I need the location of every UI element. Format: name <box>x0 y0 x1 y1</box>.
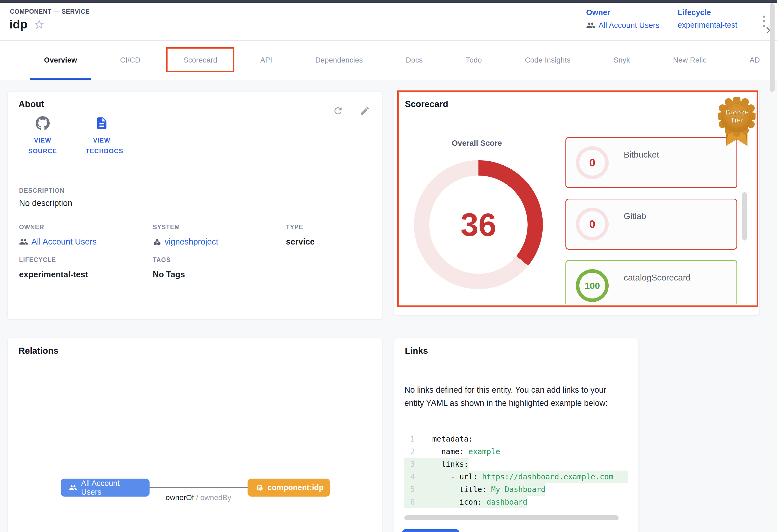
links-empty-text: No links defined for this entity. You ca… <box>404 383 625 410</box>
type-value: service <box>286 237 315 247</box>
description-value: No description <box>19 198 72 208</box>
owner-value: All Account Users <box>598 21 659 30</box>
entity-tabs: OverviewCI/CDScorecardAPIDependenciesDoc… <box>0 41 777 80</box>
header-lifecycle: Lifecycle experimental-test <box>678 8 737 29</box>
badge-line2: Tier <box>731 117 743 124</box>
scorecard-item-name: catalogScorecard <box>624 273 690 283</box>
tab-new-relic[interactable]: New Relic <box>659 41 720 80</box>
badge-line1: Bronze <box>726 109 748 116</box>
overall-score-label: Overall Score <box>418 139 536 148</box>
code-line-5: 5 title: My Dashboard <box>404 483 628 496</box>
line-content: title: My Dashboard <box>423 483 545 496</box>
view-source-label: VIEW SOURCE <box>27 135 59 156</box>
line-number: 5 <box>404 483 423 496</box>
relation-edge <box>149 487 247 488</box>
about-owner-value: All Account Users <box>31 237 97 247</box>
lifecycle-value: experimental-test <box>678 21 737 29</box>
line-number: 3 <box>404 458 423 471</box>
scorecard-list-scrollbar[interactable] <box>742 192 747 241</box>
code-horizontal-scrollbar[interactable] <box>404 515 619 520</box>
relations-card: Relations All Account Users component:id… <box>7 338 382 532</box>
view-techdocs-label: VIEW TECHDOCS <box>86 135 118 156</box>
people-icon <box>69 484 77 492</box>
about-system-link[interactable]: vigneshproject <box>153 237 218 247</box>
people-icon <box>19 237 28 246</box>
tab-code-insights[interactable]: Code Insights <box>511 41 584 80</box>
scorecard-item-name: Bitbucket <box>624 150 659 160</box>
score-ring: 0 <box>576 146 608 179</box>
code-line-2: 2 name: example <box>404 445 628 458</box>
owner-link[interactable]: All Account Users <box>586 21 659 30</box>
entity-header: COMPONENT — SERVICE idp Owner All Accoun… <box>0 3 777 41</box>
owner-field-label: OWNER <box>19 224 44 231</box>
links-card: Links No links defined for this entity. … <box>394 338 639 532</box>
browser-top-bar <box>0 0 777 3</box>
breadcrumb: COMPONENT — SERVICE <box>10 8 90 15</box>
overall-score-value: 36 <box>460 206 496 243</box>
scorecard-item-gitlab[interactable]: 0Gitlab <box>565 198 737 250</box>
document-icon <box>95 116 109 130</box>
line-content: links: <box>423 458 468 471</box>
score-ring: 0 <box>576 208 608 241</box>
links-title: Links <box>405 346 428 356</box>
about-system-value: vigneshproject <box>164 237 218 247</box>
page-title: idp <box>9 18 27 30</box>
line-content: metadata: <box>423 433 473 445</box>
view-techdocs-link[interactable]: VIEW TECHDOCS <box>78 116 126 156</box>
scorecard-items-list: 0Bitbucket0Gitlab100catalogScorecard <box>565 137 737 304</box>
tags-field-label: TAGS <box>153 256 171 264</box>
about-owner-link[interactable]: All Account Users <box>19 237 97 247</box>
relation-inverse: ownedBy <box>200 493 231 502</box>
tab-snyk[interactable]: Snyk <box>599 41 644 80</box>
header-owner: Owner All Account Users <box>586 8 659 30</box>
tab-overview[interactable]: Overview <box>30 41 91 80</box>
relation-source-label: All Account Users <box>81 479 141 497</box>
bronze-tier-badge: Bronze Tier <box>718 97 756 148</box>
more-options-icon[interactable] <box>763 16 765 27</box>
page-scrollbar[interactable] <box>770 3 775 92</box>
tab-dependencies[interactable]: Dependencies <box>301 41 377 80</box>
code-line-4: 4 - url: https://dashboard.example.com <box>404 471 628 483</box>
entity-page: COMPONENT — SERVICE idp Owner All Accoun… <box>0 0 777 532</box>
relation-forward: ownerOf <box>165 493 194 502</box>
tab-api[interactable]: API <box>246 41 286 80</box>
system-field-label: SYSTEM <box>153 224 180 231</box>
edit-icon[interactable] <box>359 106 370 116</box>
relation-target-label: component:idp <box>267 483 324 492</box>
about-lifecycle-value: experimental-test <box>19 270 88 279</box>
favorite-star-icon[interactable] <box>33 18 45 30</box>
category-icon <box>153 238 161 246</box>
relation-node-owner[interactable]: All Account Users <box>61 479 149 497</box>
line-number: 4 <box>404 471 423 483</box>
scorecard-title: Scorecard <box>405 99 448 109</box>
read-more-button[interactable] <box>402 529 459 532</box>
lifecycle-label: Lifecycle <box>678 8 737 17</box>
relation-node-component[interactable]: component:idp <box>247 479 330 497</box>
refresh-icon[interactable] <box>333 106 343 116</box>
line-content: icon: dashboard <box>423 496 527 508</box>
tab-scorecard[interactable]: Scorecard <box>170 41 231 80</box>
line-number: 1 <box>404 433 423 445</box>
lifecycle-field-label: LIFECYCLE <box>19 256 56 264</box>
tab-todo[interactable]: Todo <box>452 41 496 80</box>
score-ring: 100 <box>576 269 608 302</box>
overall-score-gauge: 36 <box>414 160 543 289</box>
tab-docs[interactable]: Docs <box>392 41 437 80</box>
owner-label: Owner <box>586 8 659 17</box>
scorecard-item-name: Gitlab <box>624 211 646 221</box>
line-number: 2 <box>404 445 423 458</box>
scorecard-item-bitbucket[interactable]: 0Bitbucket <box>565 137 737 188</box>
line-content: name: example <box>423 445 500 458</box>
tab-ci-cd[interactable]: CI/CD <box>106 41 154 80</box>
about-card: About VIEW SOURCE VIEW TECHDOCS <box>7 91 382 319</box>
view-source-link[interactable]: VIEW SOURCE <box>18 116 67 156</box>
yaml-code-block: 1metadata:2 name: example3 links:4 - url… <box>404 433 628 508</box>
scorecard-item-catalogscorecard[interactable]: 100catalogScorecard <box>565 260 737 304</box>
code-line-3: 3 links: <box>404 458 628 471</box>
line-content: - url: https://dashboard.example.com <box>423 471 628 483</box>
github-icon <box>36 116 50 130</box>
tags-value: No Tags <box>153 270 185 279</box>
chip-icon <box>255 484 264 492</box>
tab-ad[interactable]: AD <box>736 41 774 80</box>
code-line-1: 1metadata: <box>404 433 628 445</box>
